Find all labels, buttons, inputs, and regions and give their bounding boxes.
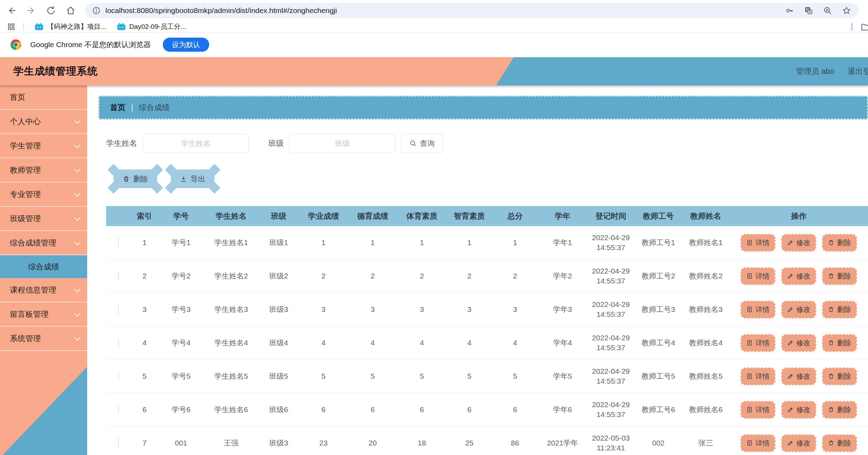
bulk-delete-button[interactable]: 删除 [114, 169, 157, 188]
chrome-logo [11, 39, 21, 50]
sidebar-item[interactable]: 班级管理 [0, 207, 87, 231]
cell-student-name: 学生姓名5 [204, 371, 258, 381]
edit-pencil-icon [787, 340, 793, 346]
other-bookmarks-folder-icon[interactable] [861, 23, 868, 31]
sidebar-item[interactable]: 专业管理 [0, 182, 87, 207]
row-checkbox[interactable] [118, 405, 119, 414]
set-default-button[interactable]: 设为默认 [163, 38, 209, 52]
document-icon [746, 406, 753, 413]
cell-class: 班级4 [258, 338, 299, 348]
detail-label: 详情 [756, 338, 770, 348]
row-checkbox[interactable] [118, 238, 119, 247]
home-icon[interactable] [65, 5, 76, 16]
cell-student-name: 学生姓名1 [204, 238, 258, 248]
bookmark-star-icon[interactable] [842, 6, 851, 15]
cell-total: 86 [492, 438, 538, 448]
sidebar-item-label: 综合成绩管理 [10, 238, 75, 248]
row-checkbox[interactable] [118, 271, 119, 280]
delete-button[interactable]: 删除 [822, 334, 857, 352]
logout-link[interactable]: 退出登录 [848, 66, 868, 77]
row-checkbox[interactable] [118, 305, 119, 314]
detail-button[interactable]: 详情 [740, 367, 776, 385]
chevron-down-icon [75, 118, 81, 124]
sidebar-item[interactable]: 教师管理 [0, 158, 87, 182]
detail-button[interactable]: 详情 [740, 301, 776, 319]
bookmark-item[interactable]: Day02-09-员工分... [117, 22, 186, 31]
search-button-label: 查询 [420, 139, 435, 148]
row-checkbox[interactable] [118, 338, 119, 347]
delete-label: 删除 [837, 405, 851, 415]
info-icon[interactable] [92, 6, 101, 15]
class-input[interactable] [289, 134, 396, 153]
student-name-input[interactable] [143, 134, 249, 153]
sidebar-item-label: 学生管理 [10, 141, 75, 151]
row-checkbox[interactable] [118, 372, 119, 380]
sidebar-item[interactable]: 综合成绩管理 [0, 231, 87, 255]
edit-pencil-icon [787, 273, 793, 279]
edit-button[interactable]: 修改 [781, 234, 816, 252]
cell-intellectual: 3 [446, 305, 492, 314]
cell-student-no: 学号2 [158, 271, 204, 281]
delete-button[interactable]: 删除 [822, 434, 857, 452]
cell-teacher-no: 教师工号4 [635, 338, 682, 348]
detail-button[interactable]: 详情 [740, 267, 776, 285]
edit-button[interactable]: 修改 [781, 301, 816, 319]
sidebar-item[interactable]: 系统管理 [0, 327, 87, 351]
detail-button[interactable]: 详情 [740, 434, 776, 452]
detail-button[interactable]: 详情 [740, 334, 776, 352]
app-title: 学生成绩管理系统 [13, 64, 98, 78]
cell-teacher-name: 教师姓名1 [682, 238, 729, 248]
bookmarks-bar: 【码神之路】项目... Day02-09-员工分... [0, 21, 868, 32]
address-bar[interactable]: localhost:8080/springbooto8mkp/admin/dis… [85, 3, 859, 18]
cell-physical: 4 [397, 338, 446, 348]
detail-button[interactable]: 详情 [740, 234, 776, 252]
edit-button[interactable]: 修改 [781, 401, 816, 419]
edit-pencil-icon [787, 306, 793, 313]
back-icon[interactable] [6, 5, 17, 16]
zoom-in-icon[interactable] [823, 6, 832, 15]
trash-icon [828, 273, 834, 279]
apps-grid-icon[interactable] [7, 23, 15, 31]
cell-moral: 1 [348, 238, 397, 248]
delete-button[interactable]: 删除 [822, 234, 857, 252]
delete-button[interactable]: 删除 [822, 301, 857, 319]
sidebar-item[interactable]: 个人中心 [0, 110, 87, 134]
sidebar-subitem[interactable]: 综合成绩 [0, 255, 87, 278]
url-text[interactable]: localhost:8080/springbooto8mkp/admin/dis… [105, 6, 776, 15]
edit-button[interactable]: 修改 [781, 367, 816, 385]
cell-physical: 1 [397, 238, 446, 248]
delete-button[interactable]: 删除 [822, 367, 857, 385]
forward-icon[interactable] [26, 5, 37, 16]
edit-button[interactable]: 修改 [781, 434, 816, 452]
reload-icon[interactable] [46, 5, 56, 16]
delete-button[interactable]: 删除 [822, 401, 857, 419]
sidebar-item[interactable]: 课程信息管理 [0, 278, 87, 302]
row-checkbox[interactable] [118, 438, 119, 447]
bookmark-item[interactable]: 【码神之路】项目... [34, 22, 106, 31]
export-button[interactable]: 导出 [171, 169, 214, 188]
breadcrumb-home[interactable]: 首页 [110, 102, 126, 113]
translate-icon[interactable]: G文 [804, 6, 814, 15]
delete-button[interactable]: 删除 [822, 267, 857, 285]
cell-student-no: 001 [158, 438, 204, 448]
cell-academic: 4 [299, 338, 348, 348]
sidebar-item[interactable]: 首页 [0, 85, 87, 110]
cell-teacher-no: 教师工号5 [635, 371, 682, 381]
sidebar-item[interactable]: 留言板管理 [0, 302, 87, 327]
table-row: 2学号2学生姓名2班级222222学年22022-04-2914:55:37教师… [106, 259, 868, 293]
banner-text: Google Chrome 不是您的默认浏览器 [30, 40, 151, 50]
edit-button[interactable]: 修改 [781, 267, 816, 285]
cell-teacher-name: 教师姓名6 [682, 405, 729, 415]
cell-teacher-no: 教师工号2 [635, 271, 682, 281]
detail-button[interactable]: 详情 [740, 401, 776, 419]
table-row: 4学号4学生姓名4班级444444学年42022-04-2914:55:37教师… [106, 326, 868, 360]
bilibili-tv-icon [34, 23, 44, 31]
cell-index: 7 [131, 438, 158, 448]
sidebar-item[interactable]: 学生管理 [0, 134, 87, 158]
cell-student-name: 学生姓名2 [204, 271, 258, 281]
document-icon [746, 273, 753, 279]
search-button[interactable]: 查询 [401, 134, 443, 153]
password-key-icon[interactable] [785, 6, 795, 15]
cell-register-time: 2022-04-2914:55:37 [587, 400, 635, 420]
edit-button[interactable]: 修改 [781, 334, 816, 352]
